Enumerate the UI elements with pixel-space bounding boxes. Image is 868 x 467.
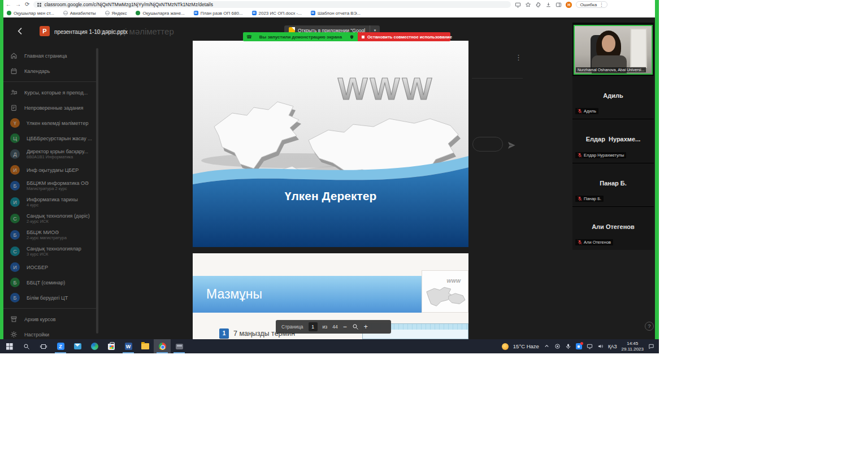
sidebar-scrollbar[interactable]	[96, 48, 98, 334]
taskbar-word-app[interactable]: W	[120, 339, 137, 353]
taskbar-chrome-app[interactable]	[154, 339, 171, 353]
taskbar-notes-app[interactable]	[171, 339, 188, 353]
page-navigation-toolbar: Страница 1 из 44 − +	[276, 320, 391, 334]
taskbar-clock[interactable]: 14:45 29.11.2023	[622, 341, 644, 352]
action-center-icon[interactable]	[648, 343, 654, 349]
help-icon[interactable]: ?	[645, 322, 654, 331]
doc-icon	[252, 11, 257, 15]
sidebar-item-settings[interactable]: Настройки	[3, 327, 96, 339]
tray-mic-icon[interactable]	[565, 343, 571, 349]
sidebar-item-unreviewed[interactable]: Непроверенные задания	[3, 100, 96, 115]
sidebar-item-home[interactable]: Главная страница	[3, 48, 96, 63]
bookmark-item[interactable]: Оқушылар мен ст...	[7, 11, 54, 16]
stop-icon	[362, 36, 364, 38]
tray-display-icon[interactable]	[587, 343, 593, 349]
sidebar-item-calendar[interactable]: Календарь	[3, 63, 96, 79]
taskbar-edge-app[interactable]	[86, 339, 103, 353]
task-view-button[interactable]	[35, 339, 52, 353]
forward-icon[interactable]: →	[15, 2, 21, 7]
sidebar-item-course[interactable]: И Инф оқытудағы ЦБЕР	[3, 162, 96, 178]
classroom-icon	[136, 11, 140, 15]
sidebar-item-course[interactable]: Д Директор қорын басқару...6В0А1В1 Инфор…	[3, 146, 96, 162]
participant-tile[interactable]: Али Отегенов Али Отегенов	[572, 206, 654, 250]
bookmark-item[interactable]: Авиабилеты	[63, 11, 96, 16]
side-panel-icon[interactable]	[555, 2, 562, 8]
sidebar-item-course[interactable]: Б ББЦЖ МИОӘ2-курс магистратура	[3, 227, 96, 243]
current-page-input[interactable]: 1	[309, 322, 318, 331]
tray-chevron-icon[interactable]	[544, 343, 550, 349]
calendar-icon	[10, 67, 18, 75]
participant-tile[interactable]: Елдар Нурахме... Елдар Нурахметулы	[572, 119, 654, 163]
courses-icon	[10, 89, 18, 96]
profile-avatar[interactable]: Н	[566, 2, 572, 8]
sidebar-item-teaching-courses[interactable]: Курсы, которые я препод...	[3, 85, 96, 100]
date: 29.11.2023	[622, 347, 644, 352]
course-avatar: С	[10, 247, 20, 256]
sidebar-item-course[interactable]: С Сандық технологиялар3 курс ИСК	[3, 243, 96, 260]
browser-error-menu[interactable]: Ошибка ⋮	[576, 1, 607, 8]
screen-share-banner: ☎ Вы запустили демонстрацию экрана	[243, 32, 358, 41]
zoom-out-button[interactable]: −	[343, 323, 347, 331]
preview-back-icon[interactable]	[16, 27, 25, 36]
bookmark-item[interactable]: 2023 ИС ОП.docx -...	[252, 11, 302, 16]
taskbar-mail-app[interactable]	[69, 339, 86, 353]
stop-share-button[interactable]: Остановить совместное использование	[358, 32, 450, 41]
presenter-video-tile[interactable]: Nurzhamal Oshanova, Abai Universi...	[574, 25, 653, 75]
start-button[interactable]	[1, 339, 18, 353]
tray-zoom-icon[interactable]	[576, 343, 582, 349]
search-icon	[23, 343, 30, 350]
weather-icon[interactable]	[502, 343, 509, 350]
laptop-app-icon	[176, 344, 183, 349]
sidebar-item-course[interactable]: И ИОСБЕР	[3, 260, 96, 275]
sidebar-item-course[interactable]: Ү Үлкен көлемді мәліметтер	[3, 115, 96, 131]
language-indicator[interactable]: ҚАЗ	[608, 344, 617, 349]
participant-tile[interactable]: Панар Б. Панар Б.	[572, 163, 654, 206]
bookmark-item[interactable]: Шаблон отчета ВЭ...	[311, 11, 361, 16]
mic-muted-icon	[578, 109, 582, 114]
course-avatar: Ц	[10, 133, 20, 143]
taskbar-explorer-app[interactable]	[137, 339, 154, 353]
weather-text[interactable]: 15°C Haze	[513, 343, 539, 349]
mic-muted-icon	[578, 153, 582, 158]
divider	[472, 78, 523, 79]
more-options-icon[interactable]: ⋮	[515, 53, 522, 62]
taskbar-zoom-app[interactable]: Z	[52, 339, 69, 353]
bookmark-item[interactable]: План разв ОП 680...	[194, 11, 243, 16]
taskbar-store-app[interactable]	[103, 339, 120, 353]
bookmark-item[interactable]: Оқушыларға жане...	[136, 11, 184, 16]
sidebar-item-course[interactable]: Б ББЦЖМ информатика ОӘМагистратура 2 кур…	[3, 178, 96, 194]
video-background	[630, 28, 647, 68]
doc-icon	[311, 11, 315, 15]
tray-record-icon[interactable]	[554, 343, 561, 349]
cast-share-icon[interactable]	[515, 2, 521, 8]
zoom-in-button[interactable]: +	[364, 323, 368, 331]
reload-icon[interactable]: ⟳	[25, 2, 29, 7]
address-bar[interactable]: classroom.google.com/c/NjQxNTMwMzg1NjYy/…	[33, 1, 511, 8]
back-icon[interactable]: ←	[6, 2, 11, 7]
slide2-bullet-number: 1	[219, 328, 229, 338]
shared-screen: ← → ⟳ classroom.google.com/c/NjQxNTMwMzg…	[0, 0, 659, 353]
bookmark-item[interactable]: Яндекс	[105, 11, 127, 16]
globe-icon	[105, 11, 110, 15]
mic-muted-icon	[578, 196, 582, 201]
extensions-icon[interactable]	[535, 2, 541, 8]
sidebar-item-archive[interactable]: Архив курсов	[3, 312, 96, 327]
sidebar-item-course[interactable]: Б Білім берудегі ЦТ	[3, 290, 96, 305]
course-avatar: И	[10, 197, 20, 207]
tray-volume-icon[interactable]	[597, 343, 604, 349]
send-comment-icon[interactable]	[507, 141, 516, 150]
sidebar-item-course[interactable]: И Информатика тарихы4 курс	[3, 194, 96, 210]
archive-icon	[10, 315, 18, 323]
chrome-icon	[159, 343, 166, 350]
bookmark-star-icon[interactable]	[525, 2, 531, 8]
download-icon[interactable]	[545, 2, 552, 8]
zoom-share-border-right	[655, 0, 659, 339]
taskbar-search-button[interactable]	[18, 339, 35, 353]
participant-tile[interactable]: Адиль Адиль	[572, 75, 654, 119]
sidebar-item-course[interactable]: С Сандық технология (дәріс)2-курс ИСК	[3, 210, 96, 227]
sidebar-item-course[interactable]: Ц ЦБББресурстарын жасау ...	[3, 131, 96, 146]
sidebar-item-course[interactable]: Б ББЦТ (семинар)	[3, 275, 96, 290]
comment-input[interactable]	[472, 137, 503, 152]
zoom-fit-icon[interactable]	[352, 323, 359, 330]
system-tray: 15°C Haze ҚАЗ 14:45 29.11.2023	[502, 341, 659, 352]
